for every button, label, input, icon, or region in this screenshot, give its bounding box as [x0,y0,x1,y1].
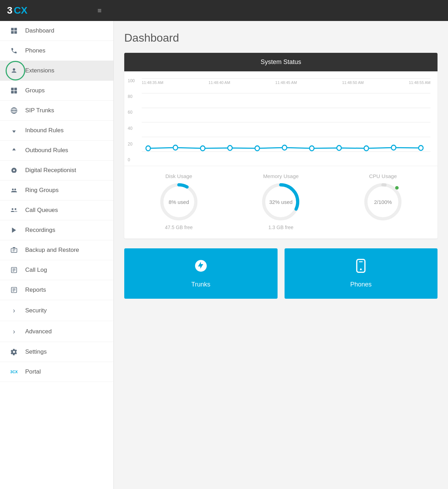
sidebar-item-extensions[interactable]: Extensions [0,61,113,81]
disk-usage-label: Disk Usage [165,173,192,179]
security-chevron-icon: › [8,306,20,314]
svg-point-28 [146,146,150,151]
quick-links: Trunks Phones [124,248,438,299]
sidebar-label-groups: Groups [25,87,45,94]
ring-groups-icon [8,187,20,194]
sidebar-item-sip-trunks[interactable]: SIP Trunks [0,101,113,121]
sidebar-item-settings[interactable]: Settings [0,342,113,362]
chart-container: 0 20 40 60 80 100 [124,71,438,166]
call-queues-icon [8,207,20,214]
page-title: Dashboard [124,31,438,44]
sidebar-label-backup-restore: Backup and Restore [25,247,79,254]
svg-rect-17 [11,248,17,253]
svg-rect-5 [11,88,14,90]
sidebar-item-inbound-rules[interactable]: Inbound Rules [0,121,113,141]
sidebar-label-settings: Settings [25,348,47,355]
sidebar-item-dashboard[interactable]: Dashboard [0,21,113,41]
svg-point-33 [282,145,287,150]
sidebar-item-reports[interactable]: Reports [0,280,113,300]
svg-point-32 [255,146,260,151]
sidebar-item-phones[interactable]: Phones [0,41,113,61]
trunks-button[interactable]: Trunks [124,248,278,299]
svg-point-34 [309,146,314,151]
svg-rect-18 [13,249,15,250]
stat-memory-usage: Memory Usage 32% used 1.3 GB free [261,173,300,230]
system-status-card: System Status 0 20 40 60 80 100 [124,53,438,239]
digital-receptionist-icon [8,167,20,174]
groups-icon [8,87,20,94]
sidebar-label-digital-receptionist: Digital Receptionist [25,167,76,174]
disk-usage-sub: 47.5 GB free [165,225,192,230]
inbound-rules-icon [8,127,20,134]
svg-rect-8 [14,91,17,94]
sidebar-label-recordings: Recordings [25,227,55,234]
sidebar-item-ring-groups[interactable]: Ring Groups [0,180,113,200]
svg-point-15 [15,208,16,210]
sidebar-item-backup-restore[interactable]: Backup and Restore [0,240,113,260]
cpu-usage-label: CPU Usage [369,173,397,179]
sidebar-label-security: Security [25,307,47,314]
trunks-label: Trunks [191,281,210,288]
sidebar-item-digital-receptionist[interactable]: Digital Receptionist [0,161,113,180]
sidebar-label-call-queues: Call Queues [25,207,58,214]
sidebar-label-call-log: Call Log [25,267,47,274]
logo-cx: CX [14,5,28,16]
sidebar-label-outbound-rules: Outbound Rules [25,147,68,154]
sidebar-label-ring-groups: Ring Groups [25,187,58,194]
svg-point-36 [364,146,369,151]
logo: 3 CX [7,5,27,16]
main-layout: Dashboard Phones Extensions Groups [0,21,448,489]
sidebar-item-call-log[interactable]: Call Log [0,260,113,280]
sidebar-item-call-queues[interactable]: Call Queues [0,200,113,220]
phones-quick-icon [354,259,368,276]
svg-point-30 [201,146,205,151]
svg-point-31 [228,146,232,150]
y-label-40: 40 [128,126,135,131]
logo-3: 3 [7,5,13,16]
sidebar-label-extensions: Extensions [25,67,54,74]
sidebar-item-outbound-rules[interactable]: Outbound Rules [0,141,113,161]
sidebar-item-advanced[interactable]: › Advanced [0,321,113,342]
extensions-icon [8,67,20,74]
svg-marker-16 [12,228,16,233]
svg-point-4 [13,68,15,71]
svg-point-46 [360,269,362,270]
disk-usage-value: 8% used [169,199,189,205]
svg-point-14 [12,208,13,210]
svg-rect-0 [11,28,14,31]
cpu-usage-sub [382,225,384,230]
memory-usage-value: 32% used [269,199,293,205]
sidebar-item-groups[interactable]: Groups [0,81,113,101]
sidebar-label-sip-trunks: SIP Trunks [25,107,54,114]
svg-rect-1 [14,28,17,31]
phones-button[interactable]: Phones [285,248,438,299]
advanced-chevron-icon: › [8,327,20,335]
call-log-icon [8,267,20,274]
menu-toggle-icon[interactable]: ≡ [97,7,102,15]
sidebar-item-security[interactable]: › Security [0,300,113,321]
sidebar-item-portal[interactable]: 3CX Portal [0,362,113,382]
y-axis: 0 20 40 60 80 100 [128,78,135,162]
y-label-0: 0 [128,157,135,162]
svg-point-13 [14,189,16,190]
topbar: 3 CX ≡ [0,0,448,21]
outbound-rules-icon [8,147,20,154]
y-label-60: 60 [128,110,135,115]
sidebar: Dashboard Phones Extensions Groups [0,21,114,489]
stat-cpu-usage: CPU Usage 2/100% [364,173,402,230]
sidebar-item-recordings[interactable]: Recordings [0,220,113,240]
svg-point-29 [173,145,178,150]
stats-row: Disk Usage 8% used 47.5 GB free Memory U… [124,166,438,239]
memory-usage-circle: 32% used [261,183,300,221]
stat-disk-usage: Disk Usage 8% used 47.5 GB free [160,173,198,230]
memory-usage-label: Memory Usage [263,173,299,179]
cpu-usage-value: 2/100% [374,199,392,205]
svg-point-37 [391,145,396,150]
phones-icon [8,47,20,54]
y-label-100: 100 [128,78,135,83]
dashboard-icon [8,27,20,34]
cpu-usage-circle: 2/100% [364,183,402,221]
settings-icon [8,348,20,355]
system-status-header: System Status [124,53,438,71]
sidebar-label-phones: Phones [25,47,46,54]
